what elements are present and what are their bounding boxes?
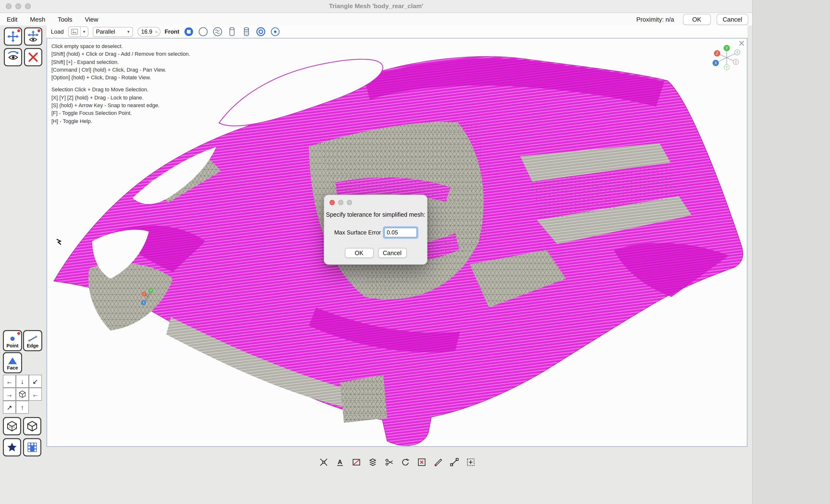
snap-grid-icon[interactable] (465, 456, 476, 468)
clear-selection-tool-button[interactable] (24, 48, 42, 66)
max-surface-error-label: Max Surface Error (334, 229, 381, 236)
menu-edit[interactable]: Edit (7, 15, 18, 23)
close-icon[interactable] (739, 40, 744, 46)
view-orientation-label: Front (164, 28, 179, 35)
dialog-ok-button[interactable]: OK (345, 248, 374, 258)
nav-arrow-right-button[interactable]: → (3, 388, 16, 401)
tolerance-dialog: Specify tolerance for simplified mesh: M… (324, 195, 427, 265)
nav-arrow-downleft-button[interactable]: ↙ (29, 375, 42, 388)
knife-icon[interactable] (432, 456, 444, 468)
screen: Triangle Mesh 'body_rear_clam' Edit Mesh… (0, 0, 830, 504)
projection-select[interactable]: Parallel ▾ (92, 27, 133, 37)
point-icon (9, 335, 16, 342)
red-x-icon (27, 52, 39, 63)
scissors-icon[interactable] (383, 456, 394, 468)
cursor-mark (57, 239, 61, 245)
ring-view-button[interactable] (256, 27, 266, 37)
load-label: Load (51, 28, 64, 35)
cube-solid-view-button[interactable] (23, 417, 41, 435)
svg-text:Y: Y (726, 46, 728, 50)
favorite-view-button[interactable] (3, 438, 21, 456)
dialog-cancel-button[interactable]: Cancel (378, 248, 407, 258)
menu-mesh[interactable]: Mesh (30, 15, 45, 23)
layer-stack-icon[interactable] (367, 456, 378, 468)
annotation-text-icon[interactable]: A (334, 456, 346, 468)
max-surface-error-input[interactable] (384, 228, 417, 238)
delete-box-icon[interactable] (416, 456, 427, 468)
cube-wireframe-view-button[interactable] (3, 417, 21, 435)
rotate-selection-icon[interactable] (400, 456, 411, 468)
nav-arrow-upright-button[interactable]: ↗ (3, 401, 16, 414)
cancel-button[interactable]: Cancel (716, 14, 748, 25)
move-arrows-eye-icon (27, 30, 39, 43)
collapse-arrows-icon[interactable] (318, 456, 329, 468)
grid-icon (26, 442, 38, 453)
canvas-help-overlay: Click empty space to deselect. [Shift] (… (52, 42, 190, 125)
column-shaded-view-button[interactable] (242, 27, 251, 37)
no-fill-icon[interactable] (350, 456, 362, 468)
point-mode-button[interactable]: Point (3, 330, 22, 351)
shaded-view-button[interactable] (184, 27, 194, 37)
menu-view[interactable]: View (85, 15, 98, 23)
load-preset-combo[interactable]: ▾ (68, 26, 88, 37)
edge-mode-button[interactable]: Edge (23, 330, 42, 351)
view-axis-gizmo[interactable]: Y Z X Y Z X (711, 42, 742, 73)
face-icon (8, 357, 17, 365)
wireframe-view-button[interactable] (198, 27, 208, 37)
traffic-lights (6, 3, 31, 9)
move-arrows-icon (7, 30, 19, 43)
move-view-tool-button[interactable] (24, 27, 42, 45)
menubar: Edit Mesh Tools View Proximity: n/a OK C… (0, 13, 752, 26)
zoom-window-button[interactable] (25, 3, 31, 9)
edge-icon (28, 335, 37, 342)
svg-text:A: A (338, 459, 342, 466)
window-title: Triangle Mesh 'body_rear_clam' (0, 0, 752, 12)
ok-button[interactable]: OK (683, 14, 711, 25)
active-indicator-dot (37, 29, 40, 32)
chevron-down-icon[interactable]: ▾ (80, 27, 88, 36)
svg-text:X: X (736, 51, 738, 54)
zoom-input[interactable] (141, 28, 154, 35)
view-toolbar: Load ▾ Parallel ▾ Front (46, 26, 747, 38)
column-outline-view-button[interactable] (227, 27, 237, 37)
measure-icon[interactable] (448, 456, 460, 468)
nav-arrow-left2-button[interactable]: ← (29, 388, 42, 401)
zoom-field[interactable] (137, 27, 160, 36)
svg-text:Z: Z (143, 292, 145, 296)
svg-text:X: X (142, 301, 145, 304)
cube-solid-icon (26, 419, 39, 433)
dialog-title: Specify tolerance for simplified mesh: (324, 211, 427, 218)
dialog-minimize-button[interactable] (338, 200, 344, 205)
svg-text:Z: Z (735, 60, 737, 64)
face-mode-button[interactable]: Face (3, 352, 22, 373)
move-selection-tool-button[interactable] (4, 27, 22, 45)
app-window: Triangle Mesh 'body_rear_clam' Edit Mesh… (0, 0, 753, 504)
dialog-close-button[interactable] (329, 200, 335, 205)
hidden-line-view-button[interactable] (213, 27, 223, 37)
magnifier-icon (155, 29, 158, 34)
svg-text:Y: Y (150, 289, 152, 292)
menu-tools[interactable]: Tools (58, 15, 72, 23)
window-titlebar[interactable]: Triangle Mesh 'body_rear_clam' (0, 0, 752, 13)
active-indicator-dot (17, 29, 20, 32)
image-icon (68, 27, 80, 36)
svg-text:X: X (714, 61, 717, 65)
nav-arrow-down-button[interactable]: ↓ (16, 375, 29, 388)
nav-cube-button[interactable] (16, 388, 29, 401)
close-window-button[interactable] (6, 3, 11, 9)
svg-text:Z: Z (716, 52, 718, 56)
grid-layout-button[interactable] (23, 438, 41, 456)
bottom-toolbar: A (46, 456, 747, 468)
svg-text:Y: Y (726, 65, 728, 69)
star-icon (6, 442, 18, 453)
proximity-status: Proximity: n/a (636, 15, 674, 23)
active-indicator-dot (17, 332, 20, 335)
nav-arrow-left-button[interactable]: ← (3, 375, 16, 388)
minimize-window-button[interactable] (15, 3, 21, 9)
rotate-view-tool-button[interactable] (4, 48, 22, 66)
nav-arrow-up-button[interactable]: ↑ (16, 401, 29, 414)
cube-wireframe-icon (5, 419, 19, 433)
dialog-zoom-button[interactable] (347, 200, 352, 205)
dialog-traffic-lights (329, 200, 352, 205)
center-dot-view-button[interactable] (270, 27, 280, 37)
